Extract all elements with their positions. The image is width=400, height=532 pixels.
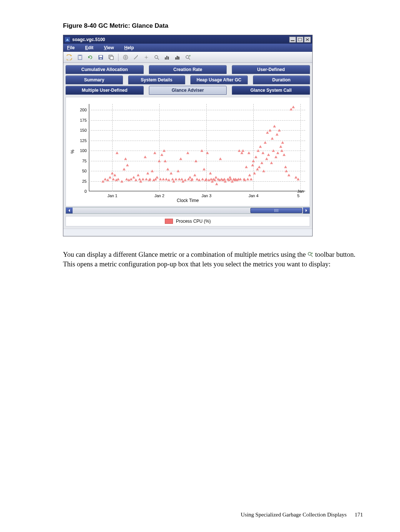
x-axis-label: Clock Time: [66, 198, 310, 203]
tab-heap-usage[interactable]: Heap Usage After GC: [190, 75, 248, 84]
data-point: [116, 151, 119, 154]
data-point: [254, 155, 257, 158]
data-point: [278, 129, 281, 132]
data-point: [153, 151, 156, 154]
gridline-v: [300, 104, 301, 191]
data-point: [174, 178, 177, 181]
legend-label: Process CPU (%): [176, 219, 211, 224]
menu-help[interactable]: Help: [124, 45, 134, 50]
data-point: [245, 166, 248, 168]
minimize-button[interactable]: [289, 37, 296, 43]
data-point: [106, 179, 109, 181]
data-point: [162, 178, 165, 181]
sparkle-icon[interactable]: [142, 53, 150, 61]
menu-edit[interactable]: Edit: [85, 45, 94, 50]
data-point: [200, 149, 203, 152]
y-tick: 50: [73, 169, 87, 173]
data-point: [276, 133, 279, 136]
x-tick: Jan 4: [249, 193, 259, 198]
tab-summary[interactable]: Summary: [66, 75, 123, 84]
tab-glance-system-call[interactable]: Glance System Call: [232, 86, 310, 95]
data-point: [258, 166, 261, 168]
scroll-left-icon[interactable]: [66, 208, 73, 213]
data-point: [209, 172, 212, 174]
back-arrow-icon[interactable]: [66, 53, 74, 61]
data-point: [134, 179, 137, 181]
tab-user-defined[interactable]: User-Defined: [232, 65, 310, 74]
data-point: [191, 178, 194, 181]
refresh-icon[interactable]: [86, 53, 94, 61]
data-point: [247, 151, 250, 154]
data-point: [297, 178, 300, 181]
scroll-right-icon[interactable]: [303, 208, 310, 213]
svg-rect-14: [168, 57, 169, 60]
close-button[interactable]: [304, 37, 311, 43]
scroll-thumb[interactable]: [250, 208, 302, 213]
bars-shadow-icon[interactable]: [173, 53, 181, 61]
status-bar: [63, 229, 312, 236]
data-point: [120, 180, 123, 182]
gridline-h: [89, 141, 305, 141]
save-icon[interactable]: [97, 53, 105, 61]
data-point: [290, 108, 293, 111]
data-point: [248, 174, 251, 176]
data-point: [179, 158, 182, 160]
bars-icon[interactable]: [163, 53, 171, 61]
data-point: [158, 159, 161, 162]
zoom-icon[interactable]: [153, 53, 161, 61]
app-window: soagc.vgc.5100 File Edit View Help: [63, 35, 313, 236]
svg-point-11: [155, 55, 158, 58]
svg-rect-1: [291, 40, 294, 41]
globe-icon[interactable]: [121, 53, 130, 61]
menu-bar: File Edit View Help: [63, 44, 312, 52]
data-point: [177, 170, 180, 172]
windows-icon[interactable]: [107, 53, 115, 61]
data-point: [269, 129, 271, 132]
svg-rect-13: [166, 56, 167, 60]
wand-icon[interactable]: [132, 53, 140, 61]
gridline-h: [89, 110, 305, 110]
gridline-h: [89, 130, 305, 131]
data-point: [164, 159, 167, 162]
tab-multiple-user-defined[interactable]: Multiple User-Defined: [66, 86, 144, 95]
data-point: [292, 105, 295, 108]
svg-rect-4: [79, 55, 81, 56]
data-point: [250, 178, 253, 181]
figure-caption: Figure 8-40 GC Metric: Glance Data: [63, 22, 363, 30]
svg-rect-18: [175, 57, 176, 60]
maximize-button[interactable]: [297, 37, 303, 43]
y-tick: 0: [73, 189, 87, 193]
data-point: [285, 170, 288, 172]
toolbar: [63, 52, 312, 63]
data-point: [253, 172, 256, 174]
data-point: [259, 145, 262, 148]
y-tick: 100: [73, 148, 87, 153]
data-point: [186, 151, 189, 154]
data-point: [280, 149, 283, 152]
tab-row-3: Multiple User-Defined Glance Adviser Gla…: [66, 86, 310, 95]
data-point: [184, 179, 187, 181]
menu-file[interactable]: File: [67, 45, 75, 50]
tab-creation-rate[interactable]: Creation Rate: [149, 65, 227, 74]
zoom-reset-icon[interactable]: [184, 53, 192, 61]
tab-glance-adviser[interactable]: Glance Adviser: [149, 86, 227, 95]
data-point: [198, 179, 201, 181]
x-tick: Jan 5: [297, 189, 304, 198]
horizontal-scrollbar[interactable]: [66, 207, 310, 214]
scroll-track[interactable]: [73, 208, 303, 213]
title-bar[interactable]: soagc.vgc.5100: [63, 35, 312, 44]
data-point: [274, 155, 277, 158]
data-point: [193, 174, 196, 176]
data-point: [265, 158, 268, 160]
data-point: [251, 164, 254, 166]
data-point: [239, 178, 242, 181]
data-point: [156, 176, 159, 178]
tab-duration[interactable]: Duration: [253, 75, 310, 84]
data-point: [267, 154, 270, 156]
tab-system-details[interactable]: System Details: [128, 75, 186, 84]
tab-cumulative-allocation[interactable]: Cumulative Allocation: [66, 65, 144, 74]
menu-view[interactable]: View: [104, 45, 114, 50]
data-point: [146, 172, 149, 174]
clipboard-icon[interactable]: [76, 53, 84, 61]
data-point: [215, 183, 218, 185]
